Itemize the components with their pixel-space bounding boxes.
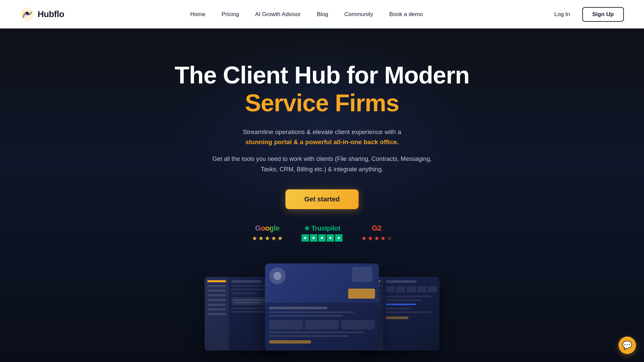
g2-star-3: ★ [374,235,379,242]
google-logo: Google [255,224,280,233]
nav-link-community[interactable]: Community [344,11,373,17]
trustpilot-logo: ★ Trustpilot [304,224,340,232]
nav-item-pricing[interactable]: Pricing [221,11,239,18]
mockup-line-3 [231,292,257,294]
g2-stars: ★ ★ ★ ★ ★ [361,235,392,242]
g2-rating: G2 ★ ★ ★ ★ ★ [361,224,392,242]
hero-title-line1: The Client Hub for Modern [175,62,470,88]
r-mockup-line-1 [386,296,432,297]
chat-widget[interactable]: 💬 [619,337,636,354]
r-mockup-line-2 [386,299,421,301]
get-started-button[interactable]: Get started [285,189,359,209]
hero-title-line2: Service Firms [175,88,470,117]
r-mockup-line-4 [386,311,432,313]
tp-star-1: ★ [302,234,309,242]
g2-star-5: ★ [387,235,392,242]
r-mockup-header [386,280,416,283]
signup-button[interactable]: Sign Up [582,7,624,22]
g2-star-2: ★ [368,235,373,242]
hero-content: The Client Hub for Modern Service Firms … [175,62,470,242]
tp-star-2: ★ [310,234,317,242]
trustpilot-rating: ★ Trustpilot ★ ★ ★ ★ ★ [302,224,342,242]
sidebar-item-3 [207,294,226,296]
mockup-right-main [383,277,439,351]
nav-item-home[interactable]: Home [190,11,205,18]
nav-link-book-demo[interactable]: Book a demo [389,11,423,17]
sidebar-item-active [207,280,226,282]
google-stars: ★ ★ ★ ★ ★ [252,235,283,242]
star-4: ★ [271,235,276,242]
hero-subtitle-accent: stunning portal & a powerful all-in-one … [245,138,398,145]
mockup-left-sidebar [205,277,229,351]
star-5: ★ [277,235,283,242]
star-2: ★ [258,235,264,242]
navbar: Hubflo Home Pricing AI Growth Advisor Bl… [0,0,644,28]
nav-link-ai-growth[interactable]: AI Growth Advisor [255,11,301,17]
trustpilot-stars: ★ ★ ★ ★ ★ [302,234,342,242]
g2-logo: G2 [372,224,381,233]
nav-item-ai-growth[interactable]: AI Growth Advisor [255,11,301,18]
mockup-line-5 [231,311,267,313]
hero-subtitle: Streamline operations & elevate client e… [175,127,470,147]
navbar-actions: Log In Sign Up [549,7,624,22]
product-mockups [205,263,439,357]
mockup-center-content [265,303,379,348]
nav-item-blog[interactable]: Blog [317,11,328,18]
mockup-header-1 [231,280,262,283]
sidebar-item-4 [207,299,226,301]
main-nav: Home Pricing AI Growth Advisor Blog Comm… [190,11,423,18]
star-1: ★ [252,235,257,242]
google-rating: Google ★ ★ ★ ★ ★ [252,224,283,242]
card-line-2 [233,302,262,303]
mockup-center [265,263,379,351]
star-3: ★ [265,235,270,242]
sidebar-item-7 [207,313,226,315]
g2-star-1: ★ [361,235,367,242]
hero-subtitle-plain: Streamline operations & elevate client e… [243,128,401,135]
hero-section: The Client Hub for Modern Service Firms … [0,28,644,362]
sidebar-item-2 [207,290,226,292]
hero-description: Get all the tools you need to work with … [205,154,439,174]
tp-star-4: ★ [327,234,334,242]
hubflo-logo-icon [20,7,34,21]
chat-icon: 💬 [622,341,632,350]
logo-text: Hubflo [38,9,64,19]
sidebar-item-6 [207,308,226,310]
logo-link[interactable]: Hubflo [20,7,64,21]
sidebar-item-1 [207,285,226,287]
nav-link-blog[interactable]: Blog [317,11,328,17]
tp-star-3: ★ [318,234,326,242]
nav-item-community[interactable]: Community [344,11,373,18]
nav-link-pricing[interactable]: Pricing [221,11,239,17]
ratings-row: Google ★ ★ ★ ★ ★ ★ Trustpilot ★ ★ ★ ★ ★ [175,224,470,242]
hero-title: The Client Hub for Modern Service Firms [175,62,470,118]
mockup-center-image [265,263,379,303]
sidebar-item-5 [207,304,226,306]
nav-item-book-demo[interactable]: Book a demo [389,11,423,18]
r-mockup-line-3 [386,308,411,309]
nav-link-home[interactable]: Home [190,11,205,17]
mockup-line-2 [231,289,267,290]
login-button[interactable]: Log In [549,8,576,21]
g2-star-4: ★ [380,235,386,242]
tp-star-5: ★ [335,234,342,242]
